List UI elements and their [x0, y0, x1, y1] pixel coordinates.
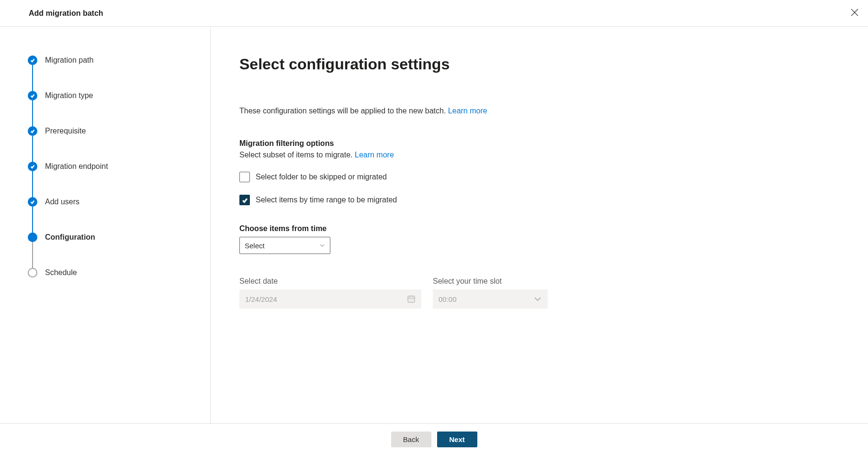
time-column: Select your time slot 00:00 — [433, 277, 548, 309]
step-migration-type[interactable]: Migration type — [28, 91, 191, 126]
learn-more-link[interactable]: Learn more — [448, 107, 487, 115]
step-label: Add users — [45, 198, 79, 206]
checkmark-icon — [30, 58, 35, 63]
step-indicator-completed — [28, 91, 37, 100]
date-value: 1/24/2024 — [245, 295, 277, 303]
step-indicator-upcoming — [28, 268, 37, 277]
checkmark-icon — [242, 197, 248, 203]
step-indicator-completed — [28, 126, 37, 136]
step-label: Configuration — [45, 233, 95, 242]
filtering-learn-more-link[interactable]: Learn more — [355, 151, 394, 159]
step-label: Migration type — [45, 91, 93, 100]
checkbox-row-folder: Select folder to be skipped or migrated — [239, 172, 839, 182]
filtering-section: Migration filtering options Select subse… — [239, 139, 839, 205]
step-label: Schedule — [45, 268, 77, 277]
step-migration-path[interactable]: Migration path — [28, 55, 191, 91]
checkmark-icon — [30, 93, 35, 98]
step-prerequisite[interactable]: Prerequisite — [28, 126, 191, 162]
step-add-users[interactable]: Add users — [28, 197, 191, 233]
date-time-row: Select date 1/24/2024 — [239, 277, 839, 309]
choose-time-label: Choose items from time — [239, 224, 839, 233]
checkbox-select-timerange[interactable] — [239, 195, 250, 205]
filtering-subtext-text: Select subset of items to migrate. — [239, 151, 355, 159]
close-button[interactable] — [849, 7, 860, 20]
step-indicator-completed — [28, 162, 37, 171]
step-indicator-completed — [28, 197, 37, 207]
page-description: These configuration settings will be app… — [239, 107, 839, 115]
wizard-steps: Migration path Migration type Prerequisi… — [28, 55, 191, 277]
choose-time-select[interactable]: Select — [239, 237, 330, 254]
checkbox-label-folder: Select folder to be skipped or migrated — [256, 173, 387, 181]
dialog-body: Migration path Migration type Prerequisi… — [0, 27, 868, 423]
chevron-down-icon — [319, 243, 325, 248]
dialog-title: Add migration batch — [29, 9, 103, 18]
time-input[interactable]: 00:00 — [433, 289, 548, 309]
description-text: These configuration settings will be app… — [239, 107, 448, 115]
filtering-heading: Migration filtering options — [239, 139, 839, 148]
step-migration-endpoint[interactable]: Migration endpoint — [28, 162, 191, 197]
dialog-header: Add migration batch — [0, 0, 868, 27]
wizard-content: Select configuration settings These conf… — [211, 27, 868, 423]
checkmark-icon — [30, 164, 35, 169]
time-label: Select your time slot — [433, 277, 548, 286]
step-configuration[interactable]: Configuration — [28, 233, 191, 268]
back-button[interactable]: Back — [391, 432, 431, 447]
step-label: Migration path — [45, 56, 93, 65]
step-schedule: Schedule — [28, 268, 191, 277]
calendar-icon — [407, 295, 416, 303]
step-indicator-current — [28, 233, 37, 242]
checkbox-select-folder[interactable] — [239, 172, 250, 182]
step-label: Migration endpoint — [45, 162, 108, 171]
choose-time-field: Choose items from time Select — [239, 224, 839, 254]
date-input[interactable]: 1/24/2024 — [239, 289, 421, 309]
checkmark-icon — [30, 129, 35, 133]
step-label: Prerequisite — [45, 127, 86, 135]
date-column: Select date 1/24/2024 — [239, 277, 421, 309]
filtering-subtext: Select subset of items to migrate. Learn… — [239, 151, 839, 159]
date-label: Select date — [239, 277, 421, 286]
step-indicator-completed — [28, 55, 37, 65]
next-button[interactable]: Next — [437, 432, 477, 447]
checkmark-icon — [30, 199, 35, 204]
wizard-sidebar: Migration path Migration type Prerequisi… — [0, 27, 211, 423]
checkbox-row-timerange: Select items by time range to be migrate… — [239, 195, 839, 205]
choose-time-value: Select — [245, 242, 265, 250]
checkbox-label-timerange: Select items by time range to be migrate… — [256, 196, 397, 204]
dialog-footer: Back Next — [0, 423, 868, 454]
chevron-down-icon — [533, 295, 542, 303]
page-title: Select configuration settings — [239, 55, 839, 73]
close-icon — [851, 9, 858, 16]
time-value: 00:00 — [439, 295, 457, 303]
